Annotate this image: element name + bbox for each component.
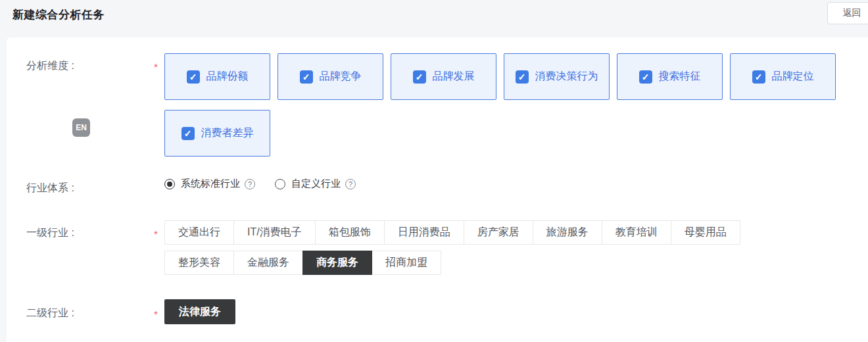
help-circle-icon[interactable]: ?	[245, 179, 255, 189]
primary-industry-tab[interactable]: 教育培训	[602, 220, 671, 245]
primary-industry-tab-row: 交通出行IT/消费电子箱包服饰日用消费品房产家居旅游服务教育培训母婴用品	[164, 220, 740, 245]
analysis-dimension-option[interactable]: ✓消费者差异	[164, 110, 270, 157]
primary-industry-tab[interactable]: 母婴用品	[671, 220, 740, 245]
primary-industry-tab[interactable]: 箱包服饰	[315, 220, 385, 245]
analysis-dimension-option-label: 品牌发展	[433, 70, 475, 84]
analysis-dimension-option-label: 消费决策行为	[535, 70, 598, 84]
analysis-dimension-option[interactable]: ✓品牌定位	[730, 53, 836, 100]
checkbox-checked-icon[interactable]: ✓	[752, 70, 765, 84]
checkbox-checked-icon[interactable]: ✓	[639, 70, 652, 84]
industry-system-label: 行业体系 :	[26, 182, 74, 195]
analysis-dimension-option-label: 品牌定位	[772, 70, 814, 84]
radio-icon[interactable]	[275, 179, 285, 189]
industry-system-option[interactable]: 自定义行业?	[275, 178, 356, 190]
analysis-dimension-option-label: 品牌竞争	[320, 70, 362, 84]
back-button[interactable]: 返回	[827, 2, 868, 24]
checkbox-checked-icon[interactable]: ✓	[187, 70, 200, 84]
primary-industry-tab[interactable]: 交通出行	[164, 220, 234, 245]
secondary-industry-label: 二级行业 :	[26, 306, 74, 320]
primary-industry-tab[interactable]: 金融服务	[233, 251, 303, 275]
secondary-industry-options: 法律服务	[164, 299, 235, 324]
radio-icon[interactable]	[164, 179, 175, 189]
checkbox-checked-icon[interactable]: ✓	[300, 70, 313, 84]
form-panel: 分析维度 : * ✓品牌份额✓品牌竞争✓品牌发展✓消费决策行为✓搜索特征✓品牌定…	[7, 37, 868, 342]
industry-system-option-label: 系统标准行业	[181, 178, 240, 190]
analysis-dimension-options: ✓品牌份额✓品牌竞争✓品牌发展✓消费决策行为✓搜索特征✓品牌定位✓消费者差异	[164, 53, 843, 157]
analysis-dimension-option-label: 品牌份额	[206, 70, 249, 84]
required-asterisk: *	[154, 228, 158, 239]
industry-system-option-label: 自定义行业	[291, 178, 341, 190]
analysis-dimensions-label: 分析维度 :	[26, 59, 74, 73]
analysis-dimension-option[interactable]: ✓品牌发展	[391, 53, 496, 100]
primary-industry-tab[interactable]: 商务服务	[302, 251, 372, 275]
required-asterisk: *	[154, 61, 158, 72]
checkbox-checked-icon[interactable]: ✓	[181, 127, 195, 140]
radio-dot	[167, 182, 172, 187]
primary-industry-tab[interactable]: 旅游服务	[533, 220, 602, 245]
primary-industry-tab-row: 整形美容金融服务商务服务招商加盟	[164, 251, 740, 275]
industry-system-option[interactable]: 系统标准行业?	[164, 178, 255, 190]
analysis-dimension-option-label: 搜索特征	[659, 70, 701, 84]
checkbox-checked-icon[interactable]: ✓	[413, 70, 426, 84]
primary-industry-tab[interactable]: IT/消费电子	[233, 220, 316, 245]
help-circle-icon[interactable]: ?	[345, 179, 356, 189]
analysis-dimension-option[interactable]: ✓品牌竞争	[277, 53, 383, 100]
analysis-dimension-option[interactable]: ✓消费决策行为	[504, 53, 610, 100]
os-input-language-badge: EN	[72, 118, 90, 137]
page-title: 新建综合分析任务	[12, 7, 105, 22]
primary-industry-label: 一级行业 :	[26, 226, 74, 240]
analysis-dimension-option-label: 消费者差异	[201, 126, 254, 140]
industry-system-options: 系统标准行业?自定义行业?	[164, 178, 356, 190]
analysis-dimension-option[interactable]: ✓品牌份额	[164, 53, 270, 100]
primary-industry-tab[interactable]: 日用消费品	[384, 220, 464, 245]
analysis-dimension-option[interactable]: ✓搜索特征	[617, 53, 723, 100]
primary-industry-tabs: 交通出行IT/消费电子箱包服饰日用消费品房产家居旅游服务教育培训母婴用品整形美容…	[164, 220, 740, 281]
secondary-industry-option[interactable]: 法律服务	[164, 299, 235, 324]
primary-industry-tab[interactable]: 房产家居	[464, 220, 533, 245]
primary-industry-tab[interactable]: 招商加盟	[372, 251, 441, 275]
primary-industry-tab[interactable]: 整形美容	[164, 251, 234, 275]
required-asterisk: *	[154, 308, 158, 320]
checkbox-checked-icon[interactable]: ✓	[516, 70, 529, 84]
